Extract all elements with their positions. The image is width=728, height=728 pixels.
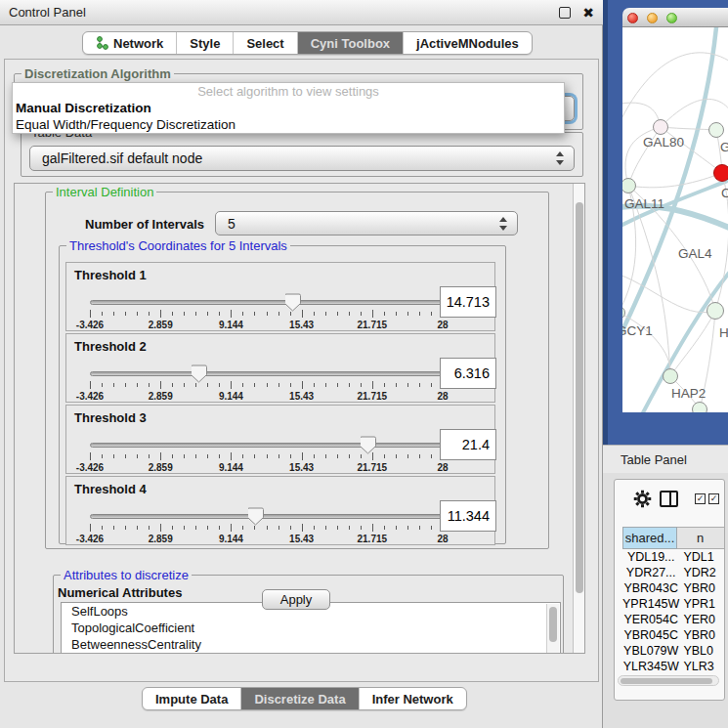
tick-mark <box>431 454 432 458</box>
network-view-canvas[interactable]: GAL80GCGAL11GAL4GCY1HHAP2 <box>622 27 728 412</box>
select-none-checkbox-icon[interactable]: ✓ <box>708 493 719 504</box>
threshold-2-panel: Threshold 2 -3.4262.8599.14415.4321.7152… <box>65 333 495 403</box>
threshold-1-slider[interactable]: -3.4262.8599.14415.4321.71528 <box>90 292 443 331</box>
threshold-3-value-field[interactable]: 21.4 <box>440 429 496 460</box>
zoom-traffic-light-icon[interactable] <box>666 13 677 23</box>
table-row[interactable]: YDR27...YDR2 <box>622 565 725 580</box>
select-all-checkbox-icon[interactable]: ✓ <box>695 493 706 504</box>
table-cell[interactable]: YPR1 <box>679 596 725 612</box>
network-node[interactable] <box>713 164 728 182</box>
threshold-2-slider[interactable]: -3.4262.8599.14415.4321.71528 <box>90 364 443 403</box>
tab-select[interactable]: Select <box>234 32 297 54</box>
dropdown-option-manual[interactable]: Manual Discretization <box>13 100 564 116</box>
slider-track[interactable] <box>90 300 443 305</box>
table-cell[interactable]: YBR043C <box>622 580 679 596</box>
network-window-titlebar[interactable] <box>622 8 728 27</box>
tab-infer-network[interactable]: Infer Network <box>360 688 466 709</box>
threshold-1-panel: Threshold 1 -3.4262.8599.14415.4321.7152… <box>65 262 495 331</box>
combo-arrows-icon <box>556 150 565 166</box>
tab-network[interactable]: Network <box>83 32 177 54</box>
tab-cyni-toolbox-label: Cyni Toolbox <box>311 36 390 51</box>
table-cell[interactable]: YBR0 <box>679 627 725 643</box>
table-row[interactable]: YER054CYER0 <box>622 612 725 627</box>
threshold-1-value-field[interactable]: 14.713 <box>440 286 496 318</box>
table-cell[interactable]: YER054C <box>622 612 679 627</box>
scrollbar-thumb[interactable] <box>549 607 557 642</box>
settings-vertical-scrollbar[interactable] <box>573 184 584 653</box>
slider-track[interactable] <box>90 514 443 519</box>
table-row[interactable]: YBR043CYBR0 <box>622 580 725 596</box>
tick-mark <box>184 454 185 458</box>
table-row[interactable]: YDL19...YDL1 <box>622 549 725 565</box>
tab-network-label: Network <box>113 36 163 51</box>
table-cell[interactable]: YBR0 <box>679 580 725 596</box>
tab-discretize-data[interactable]: Discretize Data <box>241 688 359 709</box>
network-node[interactable] <box>708 122 724 138</box>
tab-style[interactable]: Style <box>177 32 234 54</box>
slider-ticks <box>90 381 443 390</box>
tick-mark <box>267 526 268 530</box>
table-row[interactable]: YBL079WYBL0 <box>622 643 725 659</box>
table-cell[interactable]: YLR345W <box>622 659 679 674</box>
tick-mark <box>314 454 315 458</box>
threshold-4-value-field[interactable]: 11.344 <box>440 500 496 532</box>
threshold-2-value-field[interactable]: 6.316 <box>440 358 496 389</box>
float-window-icon[interactable] <box>559 7 571 19</box>
table-cell[interactable]: YPR145W <box>622 596 679 612</box>
table-cell[interactable]: YDR27... <box>622 565 679 580</box>
tick-mark <box>254 454 255 458</box>
table-cell[interactable]: YBL0 <box>679 643 725 659</box>
attributes-list-scrollbar[interactable] <box>546 604 559 654</box>
tick-mark <box>361 383 362 387</box>
slider-track[interactable] <box>90 443 443 448</box>
tick-mark <box>195 526 196 530</box>
show-columns-icon[interactable] <box>660 491 678 507</box>
table-cell[interactable]: YDL1 <box>679 549 725 565</box>
number-of-intervals-combobox[interactable]: 5 <box>215 211 518 236</box>
tick-mark <box>172 383 173 387</box>
threshold-4-slider[interactable]: -3.4262.8599.14415.4321.71528 <box>90 506 443 545</box>
attribute-list-item[interactable]: BetweennessCentrality <box>62 636 560 653</box>
minimize-traffic-light-icon[interactable] <box>647 13 658 23</box>
table-cell[interactable]: YBL079W <box>622 643 679 659</box>
tab-cyni-toolbox[interactable]: Cyni Toolbox <box>298 32 404 54</box>
table-horizontal-scrollbar[interactable] <box>618 675 719 686</box>
table-row[interactable]: YPR145WYPR1 <box>622 596 725 612</box>
network-node-label: HAP2 <box>671 386 706 401</box>
column-header-shared-name[interactable]: shared... <box>622 527 677 549</box>
column-header-name[interactable]: n <box>677 527 725 549</box>
table-cell[interactable]: YDR2 <box>679 565 725 580</box>
threshold-3-slider[interactable]: -3.4262.8599.14415.4321.71528 <box>90 435 443 474</box>
network-node[interactable] <box>653 119 668 135</box>
threshold-4-panel: Threshold 4 -3.4262.8599.14415.4321.7152… <box>65 476 495 545</box>
network-node[interactable] <box>707 302 724 320</box>
scrollbar-thumb[interactable] <box>576 202 583 593</box>
table-row[interactable]: YBR045CYBR0 <box>622 627 725 643</box>
gear-icon[interactable] <box>632 489 653 509</box>
network-node[interactable] <box>663 368 678 384</box>
axis-tick-label: 9.144 <box>219 391 243 402</box>
attribute-list-item[interactable]: TopologicalCoefficient <box>62 620 560 636</box>
table-data-combobox[interactable]: galFiltered.sif default node <box>29 146 575 171</box>
network-node[interactable] <box>692 402 707 412</box>
table-cell[interactable]: YBR045C <box>622 627 679 643</box>
number-of-intervals-value: 5 <box>228 216 236 232</box>
close-icon[interactable]: ✖ <box>580 4 596 21</box>
scrollbar-thumb[interactable] <box>621 678 712 684</box>
table-panel-header: Table Panel <box>603 445 728 473</box>
dropdown-option-equal-width[interactable]: Equal Width/Frequency Discretization <box>13 116 564 133</box>
table-cell[interactable]: YDL19... <box>622 549 679 565</box>
table-row[interactable]: YLR345WYLR3 <box>622 659 725 674</box>
apply-button[interactable]: Apply <box>262 589 330 610</box>
table-cell[interactable]: YLR3 <box>679 659 725 674</box>
table-cell[interactable]: YER0 <box>679 612 725 627</box>
close-traffic-light-icon[interactable] <box>627 13 638 23</box>
slider-ticks <box>90 310 443 319</box>
attributes-group: Attributes to discretize Numerical Attri… <box>53 575 564 654</box>
tab-jactivemnodules[interactable]: jActiveMNodules <box>404 32 532 54</box>
tick-mark <box>314 312 315 316</box>
tab-impute-data[interactable]: Impute Data <box>143 688 241 709</box>
tick-mark <box>184 312 185 316</box>
slider-track[interactable] <box>90 371 443 376</box>
network-window-frame: GAL80GCGAL11GAL4GCY1HHAP2 <box>603 0 728 445</box>
